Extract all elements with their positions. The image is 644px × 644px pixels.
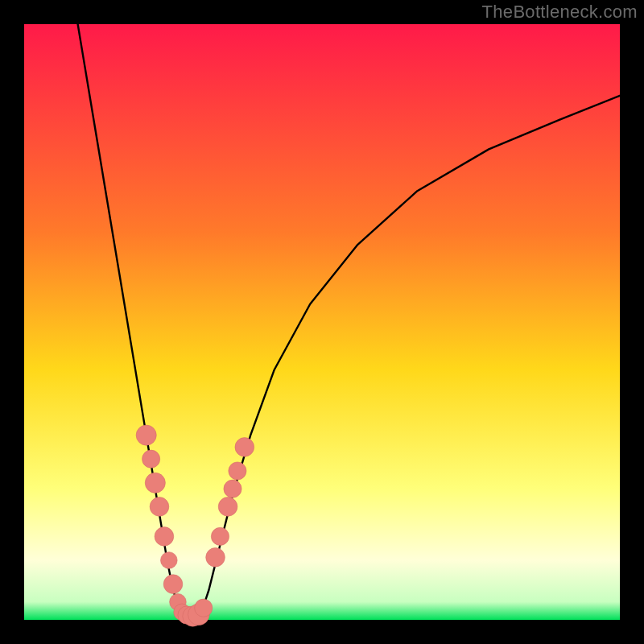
bottleneck-chart bbox=[0, 0, 644, 644]
gradient-background bbox=[24, 24, 620, 620]
marker-12 bbox=[195, 599, 213, 617]
watermark-text: TheBottleneck.com bbox=[482, 2, 638, 23]
marker-5 bbox=[160, 552, 177, 569]
marker-4 bbox=[155, 527, 174, 547]
marker-2 bbox=[145, 473, 165, 493]
marker-6 bbox=[163, 575, 183, 594]
marker-13 bbox=[206, 547, 225, 567]
marker-16 bbox=[224, 480, 242, 497]
marker-14 bbox=[211, 527, 229, 545]
marker-17 bbox=[229, 462, 246, 480]
marker-3 bbox=[150, 497, 169, 517]
marker-1 bbox=[142, 450, 160, 468]
chart-frame: TheBottleneck.com bbox=[0, 0, 644, 644]
marker-18 bbox=[235, 438, 254, 457]
marker-0 bbox=[136, 425, 156, 445]
marker-15 bbox=[218, 497, 237, 517]
